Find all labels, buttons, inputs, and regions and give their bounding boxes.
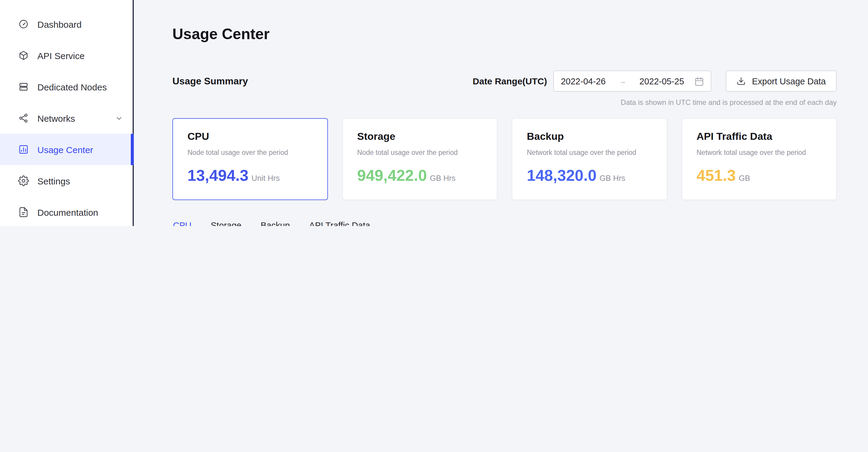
sidebar-item-settings[interactable]: Settings [0, 165, 134, 196]
date-range-label: Date Range(UTC) [472, 76, 547, 86]
card-unit: GB Hrs [430, 173, 456, 183]
card-unit: GB Hrs [599, 173, 625, 183]
card-title: API Traffic Data [696, 131, 822, 143]
date-end-input[interactable]: 2022-05-25 [640, 76, 684, 86]
summary-heading: Usage Summary [173, 76, 248, 87]
card-subtitle: Node total usage over the period [357, 149, 482, 156]
sidebar-item-networks[interactable]: Networks [0, 102, 134, 134]
dashboard-icon [18, 19, 29, 30]
sidebar-item-dedicated-nodes[interactable]: Dedicated Nodes [0, 71, 134, 102]
card-api-traffic[interactable]: API Traffic Data Network total usage ove… [681, 118, 837, 200]
tab-api-traffic-data[interactable]: API Traffic Data [309, 221, 371, 226]
sidebar-item-label: Networks [37, 113, 75, 123]
sidebar-item-usage-center[interactable]: Usage Center [0, 134, 134, 165]
date-start-input[interactable]: 2022-04-26 [561, 76, 606, 86]
export-button-label: Export Usage Data [752, 76, 826, 86]
sidebar-item-label: Dashboard [37, 19, 82, 29]
networks-icon [18, 113, 29, 124]
app-window: Dashboard API Service Dedicated Nodes Ne… [0, 0, 868, 226]
sidebar-item-documentation[interactable]: Documentation [0, 196, 134, 226]
date-range-picker[interactable]: 2022-04-26 → 2022-05-25 [554, 70, 712, 92]
card-cpu[interactable]: CPU Node total usage over the period 13,… [173, 118, 328, 200]
sidebar-item-label: API Service [37, 50, 85, 61]
calendar-icon[interactable] [695, 76, 704, 86]
summary-cards: CPU Node total usage over the period 13,… [173, 118, 837, 200]
card-subtitle: Network total usage over the period [696, 149, 822, 156]
card-title: CPU [187, 131, 313, 143]
card-title: Storage [357, 131, 482, 143]
detail-tabs: CPU Storage Backup API Traffic Data [173, 221, 837, 226]
usage-center-icon [18, 144, 29, 155]
api-service-icon [18, 50, 29, 61]
arrow-right-icon: → [616, 76, 629, 86]
card-value: 13,494.3Unit Hrs [187, 166, 313, 185]
summary-controls: Date Range(UTC) 2022-04-26 → 2022-05-25 … [472, 70, 837, 92]
main-content: Usage Center Usage Summary Date Range(UT… [134, 0, 868, 226]
card-unit: GB [739, 173, 750, 183]
sidebar-item-api-service[interactable]: API Service [0, 40, 134, 71]
gear-icon [18, 175, 29, 186]
tab-cpu[interactable]: CPU [173, 221, 192, 226]
card-subtitle: Network total usage over the period [527, 149, 652, 156]
card-value: 949,422.0GB Hrs [357, 166, 482, 185]
download-icon [737, 76, 746, 86]
export-usage-data-button[interactable]: Export Usage Data [726, 70, 837, 92]
card-unit: Unit Hrs [251, 173, 280, 183]
documentation-icon [18, 207, 29, 218]
card-value: 451.3GB [696, 166, 822, 185]
sidebar-item-dashboard[interactable]: Dashboard [0, 8, 134, 40]
sidebar-item-label: Settings [37, 176, 70, 186]
card-value: 148,320.0GB Hrs [527, 166, 652, 185]
sidebar-item-label: Usage Center [37, 144, 93, 155]
tab-storage[interactable]: Storage [210, 221, 242, 226]
card-subtitle: Node total usage over the period [187, 149, 313, 156]
dedicated-nodes-icon [18, 82, 29, 92]
chevron-down-icon [115, 114, 123, 122]
summary-header: Usage Summary Date Range(UTC) 2022-04-26… [173, 70, 837, 92]
utc-note: Data is shown in UTC time and is process… [173, 98, 837, 107]
page-title: Usage Center [173, 25, 837, 43]
card-backup[interactable]: Backup Network total usage over the peri… [512, 118, 667, 200]
sidebar: Dashboard API Service Dedicated Nodes Ne… [0, 0, 134, 226]
sidebar-item-label: Documentation [37, 207, 98, 217]
sidebar-item-label: Dedicated Nodes [37, 82, 107, 92]
card-storage[interactable]: Storage Node total usage over the period… [342, 118, 497, 200]
tab-backup[interactable]: Backup [260, 221, 290, 226]
card-title: Backup [527, 131, 652, 143]
